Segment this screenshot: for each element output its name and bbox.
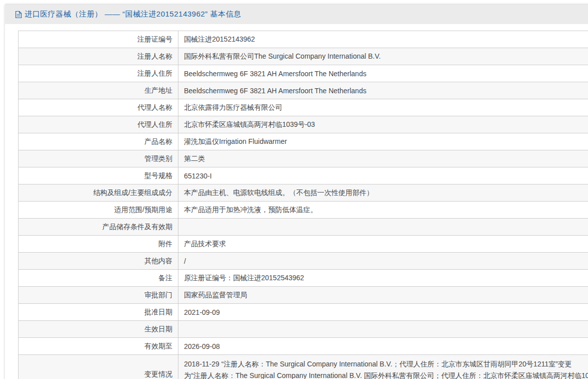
table-row: 变更情况2018-11-29 “注册人名称：The Surgical Compa… xyxy=(19,355,588,379)
table-row: 审批部门国家药品监督管理局 xyxy=(19,287,588,304)
table-row: 生效日期 xyxy=(19,321,588,338)
row-value: 2018-11-29 “注册人名称：The Surgical Company I… xyxy=(178,355,588,379)
row-label: 其他内容 xyxy=(19,253,178,270)
table-row: 型号规格651230-I xyxy=(19,167,588,184)
row-label: 注册人名称 xyxy=(19,48,178,65)
row-label: 批准日期 xyxy=(19,304,178,321)
row-label: 审批部门 xyxy=(19,287,178,304)
table-row: 产品名称灌洗加温仪Irrigation Fluidwarmer xyxy=(19,133,588,150)
table-row: 注册证编号国械注进20152143962 xyxy=(19,31,588,48)
row-value xyxy=(178,219,588,236)
row-label: 适用范围/预期用途 xyxy=(19,202,178,219)
table-row: 备注原注册证编号：国械注进20152543962 xyxy=(19,270,588,287)
table-row: 结构及组成/主要组成成分本产品由主机、电源软电线组成。（不包括一次性使用部件） xyxy=(19,184,588,202)
row-value: 2021-09-09 xyxy=(178,304,588,321)
row-label: 管理类别 xyxy=(19,150,178,167)
table-row: 注册人住所Beeldschermweg 6F 3821 AH Amersfoor… xyxy=(19,65,588,82)
table-row: 代理人住所北京市怀柔区庙城镇高两河村临1039号-03 xyxy=(19,116,588,133)
info-table-body: 注册证编号国械注进20152143962注册人名称国际外科私营有限公司The S… xyxy=(19,31,588,379)
document-icon xyxy=(15,11,22,19)
row-value: 国家药品监督管理局 xyxy=(178,287,588,304)
row-value-line: 为“注册人名称：The Surgical Company Internation… xyxy=(184,370,588,379)
row-value: 第二类 xyxy=(178,150,588,167)
table-row: 其他内容/ xyxy=(19,253,588,270)
row-value: 651230-I xyxy=(178,167,588,184)
info-table: 注册证编号国械注进20152143962注册人名称国际外科私营有限公司The S… xyxy=(18,31,588,379)
row-label: 生效日期 xyxy=(19,321,178,338)
row-label: 附件 xyxy=(19,236,178,253)
row-value: Beeldschermweg 6F 3821 AH Amersfoort The… xyxy=(178,82,588,99)
page-header: 进口医疗器械（注册） —— “国械注进20152143962” 基本信息 xyxy=(5,4,588,24)
row-value-line: 2018-11-29 “注册人名称：The Surgical Company I… xyxy=(184,358,588,370)
row-label: 有效期至 xyxy=(19,338,178,355)
row-value: 2026-09-08 xyxy=(178,338,588,355)
table-row: 注册人名称国际外科私营有限公司The Surgical Company Inte… xyxy=(19,48,588,65)
row-label: 备注 xyxy=(19,270,178,287)
row-value: 国际外科私营有限公司The Surgical Company Internati… xyxy=(178,48,588,65)
table-row: 适用范围/预期用途本产品适用于加热冲洗液，预防低体温症。 xyxy=(19,202,588,219)
row-value: 灌洗加温仪Irrigation Fluidwarmer xyxy=(178,133,588,150)
table-row: 代理人名称北京依露得力医疗器械有限公司 xyxy=(19,99,588,116)
row-value: Beeldschermweg 6F 3821 AH Amersfoort The… xyxy=(178,65,588,82)
row-value: 原注册证编号：国械注进20152543962 xyxy=(178,270,588,287)
row-label: 注册人住所 xyxy=(19,65,178,82)
row-label: 产品储存条件及有效期 xyxy=(19,219,178,236)
row-label: 代理人名称 xyxy=(19,99,178,116)
row-label: 变更情况 xyxy=(19,355,178,379)
row-label: 型号规格 xyxy=(19,167,178,184)
row-value: 国械注进20152143962 xyxy=(178,31,588,48)
row-label: 代理人住所 xyxy=(19,116,178,133)
row-value xyxy=(178,321,588,338)
row-value: 北京依露得力医疗器械有限公司 xyxy=(178,99,588,116)
table-row: 批准日期2021-09-09 xyxy=(19,304,588,321)
table-row: 产品储存条件及有效期 xyxy=(19,219,588,236)
row-value: 本产品由主机、电源软电线组成。（不包括一次性使用部件） xyxy=(178,184,588,202)
table-row: 附件产品技术要求 xyxy=(19,236,588,253)
row-value: 北京市怀柔区庙城镇高两河村临1039号-03 xyxy=(178,116,588,133)
row-label: 生产地址 xyxy=(19,82,178,99)
content-panel: 进口医疗器械（注册） —— “国械注进20152143962” 基本信息 注册证… xyxy=(5,4,588,379)
table-row: 有效期至2026-09-08 xyxy=(19,338,588,355)
row-label: 注册证编号 xyxy=(19,31,178,48)
row-value: 本产品适用于加热冲洗液，预防低体温症。 xyxy=(178,202,588,219)
table-row: 生产地址Beeldschermweg 6F 3821 AH Amersfoort… xyxy=(19,82,588,99)
table-row: 管理类别第二类 xyxy=(19,150,588,167)
row-value: / xyxy=(178,253,588,270)
row-value: 产品技术要求 xyxy=(178,236,588,253)
row-label: 产品名称 xyxy=(19,133,178,150)
page-title: 进口医疗器械（注册） —— “国械注进20152143962” 基本信息 xyxy=(25,10,241,19)
table-wrap: 注册证编号国械注进20152143962注册人名称国际外科私营有限公司The S… xyxy=(5,24,588,379)
row-label: 结构及组成/主要组成成分 xyxy=(19,184,178,202)
